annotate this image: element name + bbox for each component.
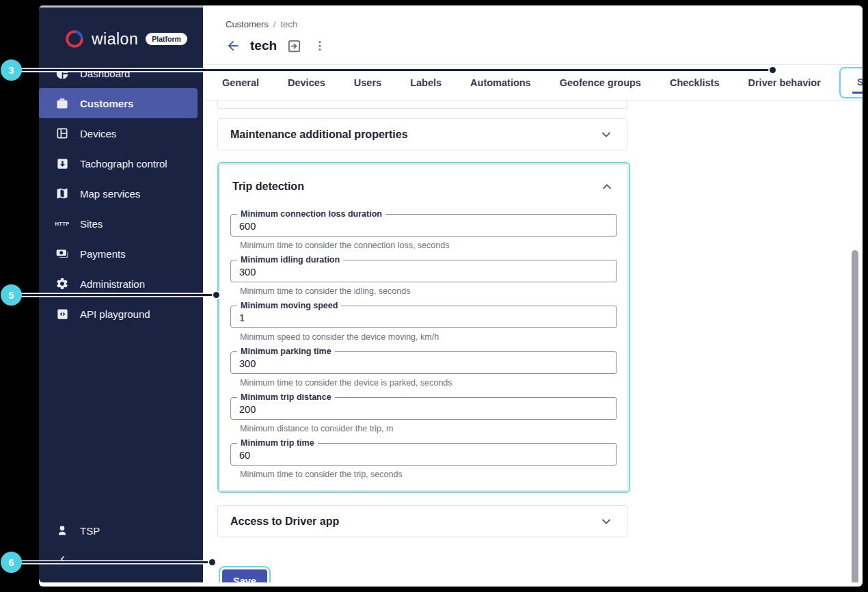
minimum-idling-duration-input[interactable]: [239, 267, 608, 278]
annotation-dot-5: [213, 292, 219, 298]
field-helper-text: Minimum distance to consider the trip, m: [240, 424, 617, 433]
person-icon: [55, 523, 70, 538]
panel-trip-detection: Trip detection Minimum connection loss d…: [219, 164, 628, 491]
sidebar-collapse-button[interactable]: [39, 546, 203, 573]
annotation-badge-3: 3: [1, 59, 22, 81]
more-vert-icon[interactable]: [313, 39, 327, 53]
annotation-line-6: [11, 561, 211, 563]
sidebar-item-map-services[interactable]: Map services: [39, 178, 198, 208]
payments-icon: [55, 246, 70, 261]
login-as-icon[interactable]: [286, 38, 302, 54]
panel-title: Access to Driver app: [230, 515, 339, 528]
breadcrumb-parent[interactable]: Customers: [226, 19, 269, 29]
sidebar-item-dashboard[interactable]: Dashboard: [39, 58, 198, 88]
chevron-up-icon[interactable]: [600, 180, 614, 193]
panel-trip-detection-header[interactable]: Trip detection: [230, 165, 617, 208]
tab-settings-highlight: Settings: [839, 67, 863, 98]
back-arrow-icon[interactable]: [226, 38, 241, 53]
gear-icon: [55, 276, 70, 291]
trip-detection-fields: Minimum connection loss duration Minimum…: [230, 208, 617, 479]
map-icon: [55, 186, 70, 201]
annotation-dot-6: [209, 559, 215, 565]
sidebar-item-payments[interactable]: Payments: [39, 239, 198, 269]
minimum-parking-time-input[interactable]: [239, 358, 608, 369]
devices-grid-icon: [55, 126, 70, 141]
platform-badge: Platform: [146, 33, 187, 45]
sidebar-item-label: Devices: [80, 128, 116, 139]
sidebar-item-sites[interactable]: HTTP Sites: [39, 208, 198, 239]
settings-scroll-area: Maintenance additional properties Trip d…: [203, 100, 863, 582]
api-icon: [55, 306, 70, 321]
field-helper-text: Minimum time to consider the connection …: [240, 241, 617, 250]
briefcase-icon: [55, 96, 70, 111]
minimum-trip-time-input[interactable]: [239, 450, 608, 461]
sidebar-item-label: Sites: [80, 218, 103, 230]
field-label: Minimum connection loss duration: [237, 209, 385, 219]
app-window: wialon Platform Dashboard: [39, 5, 863, 587]
minimum-trip-distance-input[interactable]: [239, 404, 608, 415]
annotation-line-3: [11, 69, 771, 71]
field-minimum-idling-duration: Minimum idling duration Minimum time to …: [230, 260, 617, 296]
field-minimum-trip-distance: Minimum trip distance Minimum distance t…: [230, 397, 617, 433]
panel-title: Trip detection: [232, 180, 304, 193]
sidebar-nav: Dashboard Customers Devi: [39, 58, 203, 329]
logo-text: wialon: [92, 30, 138, 49]
minimum-connection-loss-duration-input[interactable]: [239, 221, 608, 232]
sidebar-item-api-playground[interactable]: API playground: [39, 299, 198, 329]
logo: wialon Platform: [39, 8, 203, 55]
annotation-line-5: [11, 294, 215, 296]
field-minimum-parking-time: Minimum parking time Minimum time to con…: [230, 351, 617, 388]
sidebar-item-label: Map services: [80, 188, 140, 200]
sidebar-item-label: Payments: [80, 248, 126, 260]
sidebar-item-tachograph-control[interactable]: Tachograph control: [39, 148, 198, 178]
field-label: Minimum parking time: [237, 347, 335, 356]
tab-settings[interactable]: Settings: [841, 68, 863, 97]
chevron-down-icon[interactable]: [599, 515, 613, 528]
panel-maintenance-additional-properties[interactable]: Maintenance additional properties: [217, 118, 627, 150]
field-label: Minimum trip distance: [237, 392, 335, 402]
field-helper-text: Minimum time to consider the trip, secon…: [240, 470, 617, 479]
panel-access-to-driver-app[interactable]: Access to Driver app: [217, 505, 627, 537]
chevron-down-icon[interactable]: [599, 128, 613, 142]
field-minimum-moving-speed: Minimum moving speed Minimum speed to co…: [230, 306, 617, 342]
sidebar-footer-label: TSP: [80, 525, 100, 537]
annotation-badge-6: 6: [1, 552, 22, 573]
sidebar-item-customers[interactable]: Customers: [39, 88, 198, 118]
sidebar-item-devices[interactable]: Devices: [39, 118, 198, 148]
page-title: tech: [250, 38, 277, 53]
breadcrumb: Customers / tech: [226, 19, 863, 29]
annotation-badge-5: 5: [1, 284, 22, 306]
sidebar-item-label: Customers: [80, 98, 133, 109]
dashboard-icon: [55, 66, 70, 81]
field-label: Minimum trip time: [237, 438, 318, 448]
vertical-scrollbar[interactable]: [852, 250, 858, 582]
panel-trip-detection-highlight: Trip detection Minimum connection loss d…: [217, 162, 630, 493]
panel-cutoff-above: [217, 100, 627, 109]
wialon-logo-icon: [64, 28, 85, 50]
field-label: Minimum moving speed: [237, 301, 341, 310]
minimum-moving-speed-input[interactable]: [239, 312, 608, 323]
tachograph-icon: [55, 156, 70, 171]
save-button[interactable]: Save: [222, 569, 267, 582]
field-label: Minimum idling duration: [237, 255, 343, 265]
field-minimum-connection-loss-duration: Minimum connection loss duration Minimum…: [230, 214, 617, 250]
breadcrumb-current: tech: [280, 19, 297, 29]
sidebar-item-tsp-account[interactable]: TSP: [39, 515, 198, 546]
sidebar-item-label: Administration: [80, 278, 145, 290]
breadcrumb-separator: /: [273, 19, 276, 29]
annotation-dot-3: [770, 67, 776, 73]
field-minimum-trip-time: Minimum trip time Minimum time to consid…: [230, 443, 617, 479]
sidebar-footer: TSP: [39, 515, 203, 582]
page-header: Customers / tech tech: [203, 8, 863, 56]
main-area: Customers / tech tech: [203, 8, 863, 582]
sidebar-item-label: API playground: [80, 308, 150, 320]
panel-title: Maintenance additional properties: [230, 129, 408, 141]
field-helper-text: Minimum speed to consider the device mov…: [240, 332, 617, 342]
http-icon: HTTP: [55, 216, 70, 231]
field-helper-text: Minimum time to consider the device is p…: [240, 378, 617, 388]
field-helper-text: Minimum time to consider the idling, sec…: [240, 286, 617, 296]
sidebar-item-label: Tachograph control: [80, 158, 167, 170]
